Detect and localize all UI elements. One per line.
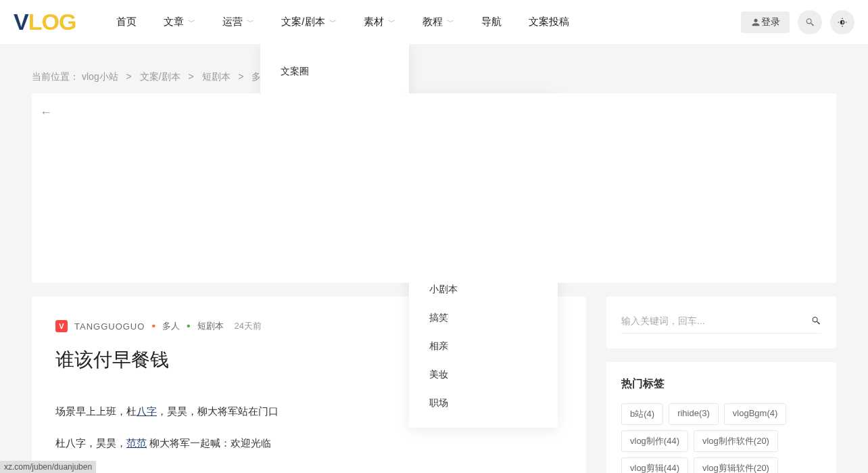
chevron-down-icon: ﹀	[329, 17, 337, 27]
author-name[interactable]: TANGGUOGUO	[74, 321, 145, 332]
theme-button[interactable]	[830, 10, 854, 35]
breadcrumb: 当前位置：vlog小站 > 文案/剧本 > 短剧本 > 多人 > 谁该付早	[32, 58, 836, 93]
dd2-item-7[interactable]: 搞笑	[409, 304, 558, 332]
category-1[interactable]: 多人	[162, 320, 180, 332]
tag-item[interactable]: b站(4)	[621, 403, 663, 425]
breadcrumb-item[interactable]: 短剧本	[202, 71, 231, 82]
breadcrumb-item[interactable]: 文案/剧本	[140, 71, 180, 82]
chevron-down-icon: ﹀	[447, 17, 454, 27]
login-button[interactable]: 登录	[741, 12, 790, 33]
nav-item-5[interactable]: 教程﹀	[409, 0, 468, 44]
theme-icon	[837, 17, 848, 28]
dot-icon: •	[187, 320, 191, 332]
chevron-down-icon: ﹀	[388, 17, 395, 27]
user-icon	[750, 17, 761, 28]
back-arrow-icon[interactable]: ←	[40, 106, 52, 120]
avatar[interactable]: V	[55, 320, 68, 332]
tag-item[interactable]: vlog制作(44)	[621, 430, 688, 452]
site-logo[interactable]: VLOG	[14, 9, 76, 35]
search-button[interactable]	[798, 10, 822, 35]
search-input[interactable]	[621, 311, 811, 330]
nav-item-4[interactable]: 素材﹀	[350, 0, 409, 44]
chevron-down-icon: ﹀	[188, 17, 195, 27]
nav-item-6[interactable]: 导航	[468, 0, 515, 44]
login-label: 登录	[761, 16, 780, 28]
logo-log: LOG	[28, 9, 76, 35]
nav-item-0[interactable]: 首页	[103, 0, 150, 44]
sidebar-search	[606, 296, 836, 348]
nav-item-3[interactable]: 文案/剧本﹀	[268, 0, 349, 44]
tag-item[interactable]: vlog剪辑(44)	[621, 457, 688, 473]
main-nav: 首页文章﹀运营﹀文案/剧本﹀素材﹀教程﹀导航文案投稿	[103, 0, 741, 44]
tag-item[interactable]: vlogBgm(4)	[724, 403, 786, 425]
dd2-item-9[interactable]: 美妆	[409, 361, 558, 389]
tag-item[interactable]: vlog制作软件(20)	[694, 430, 778, 452]
dot-icon: •	[151, 320, 155, 332]
dd1-item-0[interactable]: 文案圈	[260, 58, 409, 86]
tag-item[interactable]: rihide(3)	[669, 403, 719, 425]
tag-item[interactable]: vlog剪辑软件(20)	[694, 457, 778, 473]
tags-title: 热门标签	[621, 377, 821, 391]
hero-box: ←	[32, 93, 836, 283]
logo-v: V	[14, 9, 28, 35]
sidebar-tags: 热门标签 b站(4)rihide(3)vlogBgm(4)vlog制作(44)v…	[606, 362, 836, 473]
dd2-item-8[interactable]: 相亲	[409, 332, 558, 361]
tag-list: b站(4)rihide(3)vlogBgm(4)vlog制作(44)vlog制作…	[621, 403, 821, 473]
search-icon	[804, 17, 815, 28]
category-2[interactable]: 短剧本	[197, 320, 224, 332]
paragraph: 杜八字，昊昊，范范 柳大将军一起喊：欢迎光临	[55, 432, 562, 454]
status-url: xz.com/juben/duanjuben	[0, 461, 96, 473]
dd2-item-10[interactable]: 职场	[409, 389, 558, 418]
chevron-down-icon: ﹀	[247, 17, 254, 27]
nav-item-2[interactable]: 运营﹀	[209, 0, 268, 44]
breadcrumb-item[interactable]: vlog小站	[82, 71, 118, 82]
search-icon[interactable]	[811, 315, 821, 326]
link-fanfan[interactable]: 范范	[126, 437, 147, 449]
sidebar: 热门标签 b站(4)rihide(3)vlogBgm(4)vlog制作(44)v…	[606, 296, 836, 473]
nav-item-1[interactable]: 文章﹀	[150, 0, 209, 44]
post-time: 24天前	[235, 320, 262, 332]
nav-item-7[interactable]: 文案投稿	[515, 0, 583, 44]
link-bazi[interactable]: 八字	[137, 405, 157, 417]
